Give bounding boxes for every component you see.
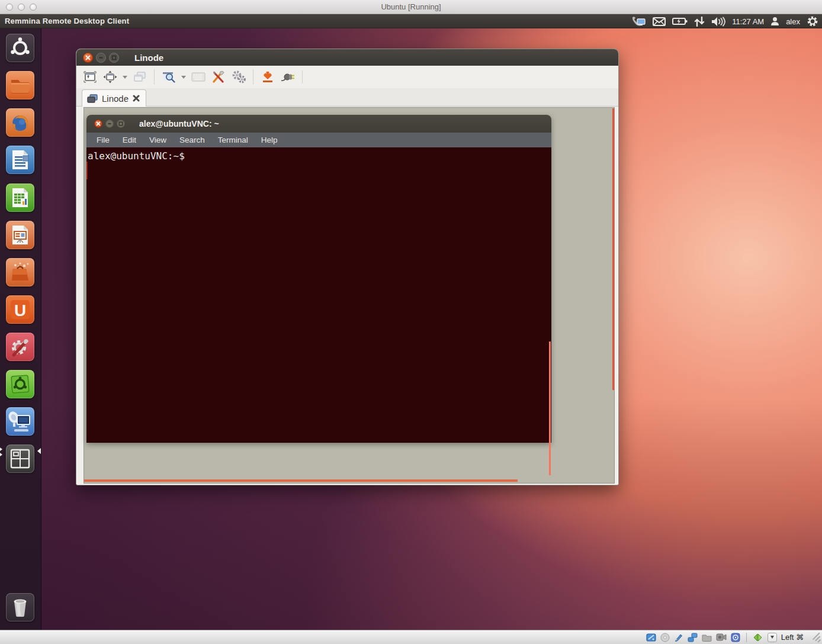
- tab-label: Linode: [102, 94, 129, 104]
- launcher-item-remmina[interactable]: [6, 407, 34, 436]
- minimize-to-tray-button[interactable]: [259, 68, 277, 86]
- indicator-tray: 11:27 AM alex: [631, 14, 818, 28]
- ubuntu-one-glyph: U: [14, 301, 26, 320]
- launcher-item-software-center[interactable]: [6, 258, 34, 286]
- shared-folder-icon[interactable]: [702, 633, 712, 642]
- menu-file[interactable]: File: [90, 136, 116, 144]
- terminal-window-title: alex@ubuntuVNC: ~: [139, 119, 219, 128]
- launcher-item-workspace-switcher[interactable]: [6, 445, 34, 473]
- remmina-focused-arrow: [37, 448, 41, 454]
- user-silhouette-icon[interactable]: [770, 17, 779, 26]
- launcher-item-dash[interactable]: [6, 34, 34, 62]
- ubuntu-top-panel: Remmina Remote Desktop Client 11:27 AM a…: [0, 14, 822, 28]
- terminal-titlebar[interactable]: alex@ubuntuVNC: ~: [86, 115, 551, 133]
- window-minimize-button[interactable]: [96, 53, 106, 63]
- host-window-title: Ubuntu [Running]: [0, 2, 822, 11]
- remmina-window-title: Linode: [134, 53, 163, 63]
- redraw-artifact-line: [86, 162, 88, 179]
- launcher-item-libreoffice-impress[interactable]: [6, 221, 34, 249]
- tab-connection-icon: [87, 94, 98, 103]
- terminal-close-button[interactable]: [94, 120, 102, 128]
- shell-prompt: alex@ubuntuVNC:~$: [88, 150, 185, 162]
- keyboard-grab-button[interactable]: [190, 68, 207, 86]
- hard-disk-icon[interactable]: [646, 633, 656, 642]
- menu-view[interactable]: View: [143, 136, 173, 144]
- display-edit-icon[interactable]: [674, 633, 683, 642]
- usb-device-icon[interactable]: [731, 633, 740, 642]
- scaled-view-button[interactable]: [160, 68, 178, 86]
- terminal-minimize-button[interactable]: [105, 120, 114, 128]
- optical-disc-icon[interactable]: [660, 633, 670, 642]
- launcher-item-firefox[interactable]: [6, 108, 34, 137]
- connection-tab-linode[interactable]: Linode: [82, 89, 146, 107]
- window-maximize-button[interactable]: [109, 53, 119, 63]
- fullscreen-button[interactable]: [81, 68, 99, 86]
- session-gear-icon[interactable]: [807, 15, 818, 27]
- terminal-output-area[interactable]: alex@ubuntuVNC:~$: [86, 147, 551, 443]
- remmina-titlebar[interactable]: Linode: [76, 49, 618, 66]
- launcher-item-system-settings[interactable]: [6, 333, 34, 361]
- menu-search[interactable]: Search: [173, 136, 211, 144]
- terminal-menubar: File Edit View Search Terminal Help: [86, 133, 551, 147]
- host-key-menu-button[interactable]: [768, 633, 777, 642]
- launcher-item-software-updater[interactable]: [6, 370, 34, 398]
- virtualbox-host-window: Ubuntu [Running] Remmina Remote Desktop …: [0, 0, 822, 644]
- launcher-item-home-folder[interactable]: [6, 71, 34, 99]
- video-capture-icon[interactable]: [716, 633, 727, 641]
- menu-edit[interactable]: Edit: [116, 136, 143, 144]
- unity-launcher: U: [0, 28, 41, 630]
- tools-button[interactable]: [210, 68, 227, 86]
- gnome-terminal-window[interactable]: alex@ubuntuVNC: ~ File Edit View Search …: [86, 115, 551, 443]
- active-app-title: Remmina Remote Desktop Client: [5, 17, 129, 25]
- battery-charging-icon[interactable]: [672, 17, 688, 25]
- window-close-button[interactable]: [83, 53, 93, 63]
- remmina-toolbar: [76, 66, 618, 88]
- resize-grip[interactable]: [811, 633, 820, 642]
- preferences-button[interactable]: [230, 68, 248, 86]
- remmina-tabbar: Linode: [76, 88, 618, 107]
- remmina-window: Linode: [76, 49, 619, 485]
- virtualbox-statusbar: Left ⌘: [0, 630, 822, 644]
- clock-indicator[interactable]: 11:27 AM: [732, 17, 764, 26]
- launcher-item-libreoffice-writer[interactable]: [6, 146, 34, 174]
- remmina-running-pip: [0, 453, 2, 456]
- mail-envelope-icon[interactable]: [653, 17, 666, 26]
- sync-arrows-icon[interactable]: [694, 17, 705, 27]
- remote-desktop-viewport[interactable]: alex@ubuntuVNC: ~ File Edit View Search …: [84, 107, 615, 484]
- volume-icon[interactable]: [711, 17, 725, 27]
- launcher-item-libreoffice-calc[interactable]: [6, 183, 34, 212]
- fit-window-button[interactable]: [101, 68, 119, 86]
- launcher-item-ubuntu-one[interactable]: U: [6, 295, 34, 324]
- host-titlebar[interactable]: Ubuntu [Running]: [0, 0, 822, 14]
- menu-terminal[interactable]: Terminal: [211, 136, 255, 144]
- disconnect-button[interactable]: [279, 68, 297, 86]
- launcher-item-trash[interactable]: [6, 593, 34, 622]
- redraw-artifact-line: [549, 342, 551, 475]
- fit-window-menu-caret[interactable]: [123, 76, 127, 79]
- network-icon[interactable]: [688, 633, 698, 642]
- session-username[interactable]: alex: [786, 17, 800, 26]
- host-key-indicator: Left ⌘: [781, 633, 804, 642]
- vbox-features-icon[interactable]: [753, 633, 763, 642]
- terminal-maximize-button[interactable]: [117, 120, 125, 128]
- scaled-view-menu-caret[interactable]: [181, 76, 186, 79]
- remmina-running-pip: [0, 447, 2, 451]
- redraw-artifact-line: [84, 479, 518, 482]
- redraw-artifact-line: [612, 108, 614, 390]
- duplicate-connection-button[interactable]: [131, 68, 149, 86]
- remote-connection-icon[interactable]: [631, 16, 646, 27]
- tab-close-icon[interactable]: [133, 95, 140, 102]
- menu-help[interactable]: Help: [255, 136, 284, 144]
